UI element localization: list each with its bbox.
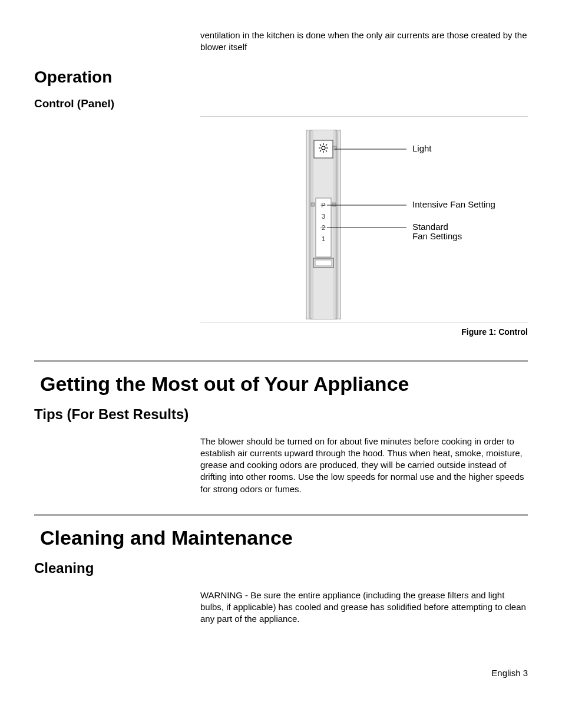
figure-1-control: P 3 2 1 Light Intensive Fan Setting Stan… (200, 117, 528, 341)
control-panel-subheading: Control (Panel) (34, 97, 528, 110)
control-diagram: P 3 2 1 Light Intensive Fan Setting Stan… (289, 127, 536, 322)
svg-text:1: 1 (322, 235, 325, 242)
svg-text:Intensive Fan Setting: Intensive Fan Setting (412, 199, 495, 209)
svg-rect-26 (332, 203, 336, 206)
svg-text:Fan Settings: Fan Settings (412, 231, 462, 241)
divider-thick-1 (34, 360, 528, 362)
cleaning-subheading: Cleaning (34, 560, 528, 577)
svg-rect-6 (314, 140, 333, 158)
tips-body: The blower should be turned on for about… (200, 429, 528, 495)
svg-rect-25 (315, 260, 332, 266)
page-footer: English 3 (34, 668, 528, 678)
divider-thick-2 (34, 514, 528, 516)
cleaning-body: WARNING - Be sure the entire appliance (… (200, 582, 528, 625)
getting-most-title: Getting the Most out of Your Appliance (40, 373, 528, 396)
operation-heading: Operation (34, 68, 528, 87)
svg-rect-27 (311, 203, 315, 206)
svg-text:Standard: Standard (412, 222, 448, 232)
svg-text:3: 3 (322, 213, 325, 220)
tips-subheading: Tips (For Best Results) (34, 406, 528, 423)
svg-text:Light: Light (412, 143, 432, 153)
figure-caption: Figure 1: Control (200, 327, 528, 337)
intro-paragraph: ventilation in the kitchen is done when … (200, 29, 528, 54)
divider-thin-below-figure (200, 322, 528, 322)
cleaning-maintenance-title: Cleaning and Maintenance (40, 526, 528, 549)
